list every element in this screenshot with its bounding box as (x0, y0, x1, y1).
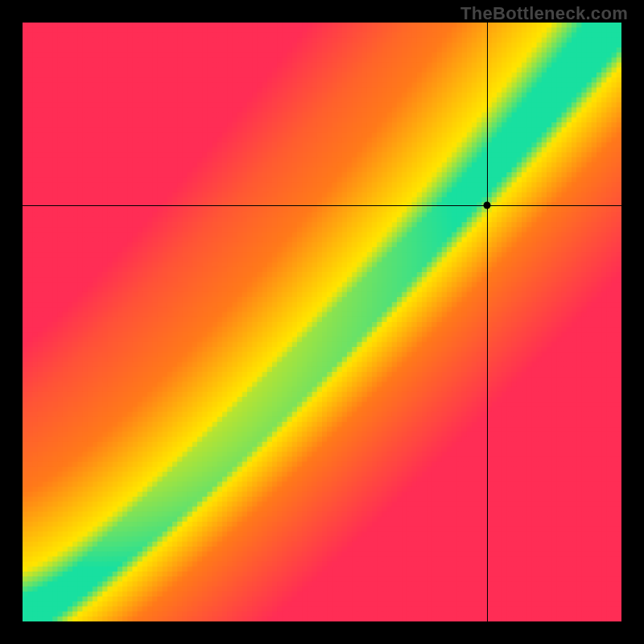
watermark-text: TheBottleneck.com (460, 3, 628, 24)
crosshair-vertical (487, 23, 488, 621)
selection-marker (483, 201, 490, 208)
crosshair-horizontal (23, 205, 621, 206)
heatmap-plot (23, 23, 621, 621)
heatmap-canvas (23, 23, 621, 621)
chart-frame: TheBottleneck.com (0, 0, 644, 644)
